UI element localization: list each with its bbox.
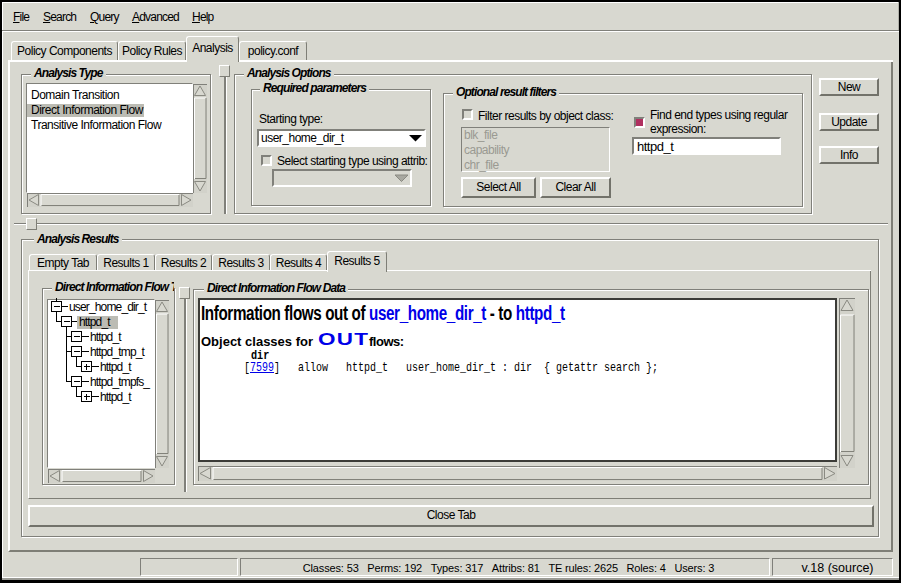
svg-text:httpd_t: httpd_t [100,360,132,374]
svg-text:httpd_t: httpd_t [90,330,122,344]
svg-text:httpd_tmp_t: httpd_tmp_t [90,345,146,359]
svg-text:httpd_t: httpd_t [100,390,132,404]
svg-text:httpd_tmpfs_: httpd_tmpfs_ [90,375,150,389]
svg-text:httpd_t: httpd_t [79,315,111,329]
svg-text:user_home_dir_t: user_home_dir_t [69,300,148,314]
